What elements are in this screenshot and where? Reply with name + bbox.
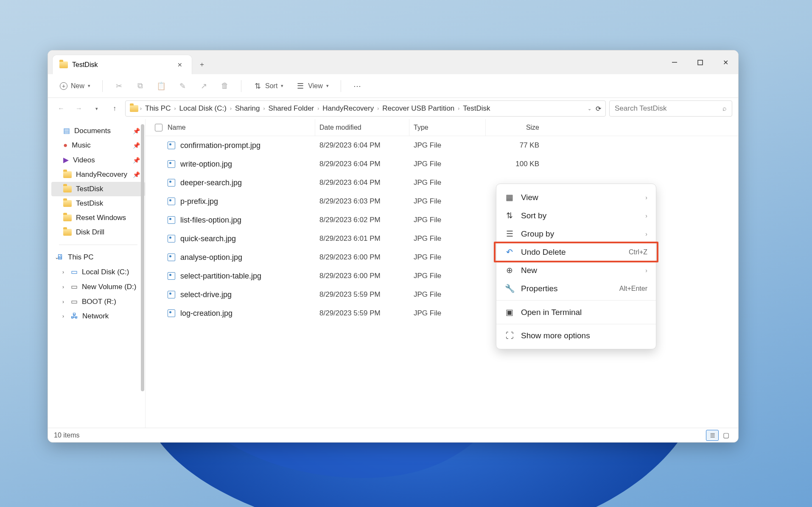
file-name: list-files-option.jpg: [180, 216, 241, 225]
cut-button[interactable]: ✂: [111, 79, 126, 93]
file-name: select-partition-table.jpg: [180, 272, 261, 281]
crumb-recover-usb[interactable]: Recover USB Partition: [381, 103, 456, 114]
refresh-button[interactable]: ⟳: [596, 105, 601, 113]
undo-icon: ↶: [505, 247, 514, 257]
sidebar-item-testdisk[interactable]: TestDisk: [51, 196, 145, 211]
title-bar: TestDisk ✕ ＋ ✕: [48, 50, 738, 74]
rename-button[interactable]: ✎: [175, 79, 190, 93]
folder-icon: [63, 200, 72, 207]
copy-icon: ⧉: [136, 82, 144, 90]
sort-button[interactable]: ⇅Sort▾: [250, 79, 287, 93]
ctx-open-terminal[interactable]: ▣Open in Terminal: [496, 303, 656, 321]
ctx-show-more[interactable]: ⛶Show more options: [496, 327, 656, 345]
search-box[interactable]: ⌕: [609, 100, 732, 117]
file-date: 8/29/2023 6:01 PM: [315, 234, 409, 243]
image-file-icon: [168, 254, 175, 261]
sidebar-item-music[interactable]: ●Music📌: [51, 138, 145, 153]
sidebar-item-this-pc[interactable]: ⌄🖥This PC: [51, 250, 145, 265]
crumb-testdisk[interactable]: TestDisk: [461, 103, 492, 114]
sidebar-item-network[interactable]: ›🖧Network: [51, 309, 145, 323]
chevron-right-icon[interactable]: ›: [62, 284, 64, 290]
ctx-properties-accelerator: Alt+Enter: [619, 285, 647, 292]
file-name: confirmation-prompt.jpg: [180, 141, 260, 150]
select-all-checkbox[interactable]: [155, 124, 162, 131]
thumbnails-view-button[interactable]: ▢: [720, 430, 732, 441]
file-size: 100 KB: [486, 160, 543, 168]
forward-button[interactable]: →: [72, 101, 86, 116]
file-type: JPG File: [409, 234, 486, 243]
column-type[interactable]: Type: [409, 119, 486, 136]
ctx-new[interactable]: ⊕New›: [496, 261, 656, 279]
chevron-right-icon: ›: [645, 212, 647, 219]
sidebar-item-testdisk-selected[interactable]: TestDisk: [51, 182, 145, 196]
search-input[interactable]: [615, 104, 712, 113]
file-row[interactable]: confirmation-prompt.jpg8/29/2023 6:04 PM…: [146, 136, 738, 155]
breadcrumb-bar[interactable]: › This PC› Local Disk (C:)› Sharing› Sha…: [125, 100, 606, 117]
view-button[interactable]: ☰View▾: [293, 79, 332, 93]
column-date[interactable]: Date modified: [315, 119, 409, 136]
crumb-shared-folder[interactable]: Shared Folder: [267, 103, 316, 114]
chevron-right-icon[interactable]: ›: [62, 299, 64, 305]
up-button[interactable]: ↑: [107, 101, 122, 116]
image-file-icon: [168, 309, 175, 317]
rename-icon: ✎: [178, 82, 187, 90]
file-type: JPG File: [409, 160, 486, 168]
chevron-right-icon[interactable]: ›: [62, 313, 64, 319]
sidebar-item-boot-r[interactable]: ›▭BOOT (R:): [51, 294, 145, 309]
close-tab-button[interactable]: ✕: [177, 61, 182, 68]
chevron-right-icon[interactable]: ›: [62, 269, 64, 275]
column-name[interactable]: Name: [151, 119, 315, 136]
crumb-sharing[interactable]: Sharing: [233, 103, 262, 114]
folder-icon: [59, 61, 68, 68]
address-history-button[interactable]: ⌄: [588, 106, 591, 111]
paste-button[interactable]: 📋: [154, 79, 169, 93]
expand-icon: ⛶: [505, 331, 514, 340]
ctx-undo-delete[interactable]: ↶Undo DeleteCtrl+Z: [496, 243, 656, 261]
sidebar-item-local-disk-c[interactable]: ›▭Local Disk (C:): [51, 265, 145, 279]
recent-locations-button[interactable]: ▾: [90, 101, 104, 116]
sidebar-item-documents[interactable]: ▤Documents📌: [51, 123, 145, 138]
ctx-sort-by[interactable]: ⇅Sort by›: [496, 206, 656, 225]
share-button[interactable]: ↗: [196, 79, 211, 93]
plus-circle-icon: +: [60, 82, 67, 90]
back-button[interactable]: ←: [54, 101, 68, 116]
copy-button[interactable]: ⧉: [132, 79, 148, 93]
sidebar-item-handyrecovery[interactable]: HandyRecovery📌: [51, 167, 145, 182]
crumb-handyrecovery[interactable]: HandyRecovery: [321, 103, 375, 114]
crumb-this-pc[interactable]: This PC: [143, 103, 172, 114]
chevron-right-icon: ›: [645, 194, 647, 201]
sidebar-scrollbar[interactable]: [141, 124, 144, 391]
ctx-properties[interactable]: 🔧PropertiesAlt+Enter: [496, 279, 656, 298]
group-icon: ☰: [505, 229, 514, 239]
sidebar-item-reset-windows[interactable]: Reset Windows: [51, 211, 145, 225]
delete-button[interactable]: 🗑: [217, 79, 232, 93]
file-row[interactable]: write-option.jpg8/29/2023 6:04 PMJPG Fil…: [146, 155, 738, 173]
file-type: JPG File: [409, 290, 486, 299]
crumb-local-disk[interactable]: Local Disk (C:): [177, 103, 228, 114]
maximize-button[interactable]: [687, 50, 713, 74]
file-name: write-option.jpg: [180, 160, 232, 169]
command-toolbar: + New ▾ ✂ ⧉ 📋 ✎ ↗ 🗑 ⇅Sort▾ ☰View▾ ⋯: [48, 74, 738, 98]
pin-icon: 📌: [133, 157, 140, 164]
file-type: JPG File: [409, 197, 486, 206]
ctx-view[interactable]: ▦View›: [496, 188, 656, 206]
new-button[interactable]: + New ▾: [56, 80, 94, 92]
file-date: 8/29/2023 6:03 PM: [315, 197, 409, 206]
more-icon: ⋯: [353, 82, 361, 90]
grid-icon: ▦: [505, 192, 514, 202]
file-name: log-creation.jpg: [180, 309, 232, 318]
trash-icon: 🗑: [221, 82, 229, 90]
chevron-down-icon[interactable]: ⌄: [55, 254, 59, 260]
sidebar-item-disk-drill[interactable]: Disk Drill: [51, 225, 145, 240]
tab-testdisk[interactable]: TestDisk ✕: [52, 55, 192, 74]
sidebar-item-new-volume-d[interactable]: ›▭New Volume (D:): [51, 279, 145, 294]
column-size[interactable]: Size: [486, 119, 543, 136]
details-view-button[interactable]: ≣: [706, 430, 719, 441]
file-date: 8/29/2023 6:04 PM: [315, 141, 409, 150]
close-window-button[interactable]: ✕: [713, 50, 738, 74]
sidebar-item-videos[interactable]: ▶Videos📌: [51, 153, 145, 167]
minimize-button[interactable]: [662, 50, 687, 74]
more-button[interactable]: ⋯: [350, 79, 365, 93]
ctx-group-by[interactable]: ☰Group by›: [496, 225, 656, 243]
new-tab-button[interactable]: ＋: [192, 55, 212, 74]
